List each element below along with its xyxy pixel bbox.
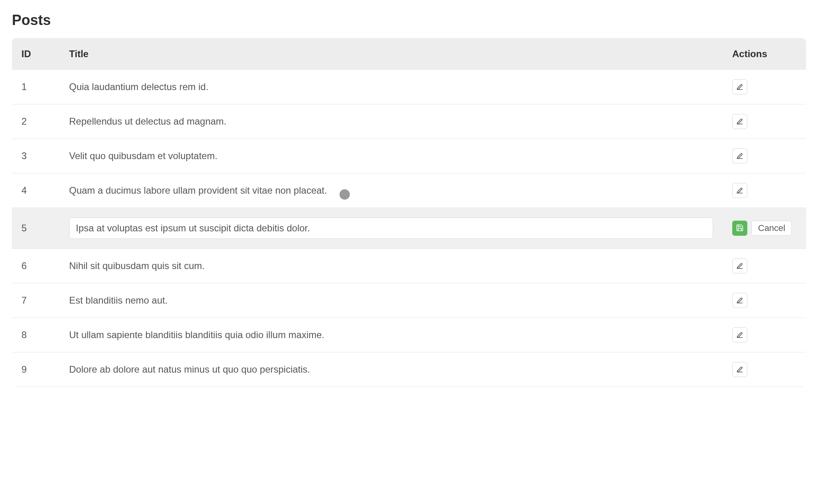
cell-id: 8 xyxy=(12,318,60,352)
cell-title xyxy=(60,208,723,249)
cell-id: 3 xyxy=(12,139,60,173)
title-edit-input[interactable] xyxy=(69,217,713,239)
action-group xyxy=(732,148,797,164)
edit-button[interactable] xyxy=(732,79,747,94)
cell-actions xyxy=(723,283,806,318)
action-group xyxy=(732,114,797,129)
edit-button[interactable] xyxy=(732,293,747,308)
column-header-actions: Actions xyxy=(723,38,806,70)
edit-icon xyxy=(736,186,744,195)
action-group xyxy=(732,327,797,342)
cell-title: Quam a ducimus labore ullam provident si… xyxy=(60,173,723,208)
cell-title: Ut ullam sapiente blanditiis blanditiis … xyxy=(60,318,723,352)
cell-actions xyxy=(723,104,806,139)
column-header-title: Title xyxy=(60,38,723,70)
cell-id: 7 xyxy=(12,283,60,318)
cell-title: Repellendus ut delectus ad magnam. xyxy=(60,104,723,139)
page-title: Posts xyxy=(12,12,806,29)
cell-title: Velit quo quibusdam et voluptatem. xyxy=(60,139,723,173)
edit-icon xyxy=(736,296,744,305)
cell-title: Quia laudantium delectus rem id. xyxy=(60,70,723,104)
save-icon xyxy=(736,224,744,233)
cell-actions xyxy=(723,249,806,283)
edit-icon xyxy=(736,83,744,92)
cell-actions xyxy=(723,318,806,352)
action-group xyxy=(732,183,797,198)
action-group xyxy=(732,293,797,308)
edit-button[interactable] xyxy=(732,183,747,198)
edit-button[interactable] xyxy=(732,362,747,377)
edit-button[interactable] xyxy=(732,327,747,342)
edit-icon xyxy=(736,152,744,161)
edit-button[interactable] xyxy=(732,148,747,164)
table-row: 7Est blanditiis nemo aut. xyxy=(12,283,806,318)
posts-table-wrap: ID Title Actions 1Quia laudantium delect… xyxy=(12,38,806,387)
cell-title: Dolore ab dolore aut natus minus ut quo … xyxy=(60,352,723,387)
table-row: 1Quia laudantium delectus rem id. xyxy=(12,70,806,104)
cell-actions xyxy=(723,139,806,173)
action-group xyxy=(732,362,797,377)
cell-id: 6 xyxy=(12,249,60,283)
table-row: 6Nihil sit quibusdam quis sit cum. xyxy=(12,249,806,283)
edit-icon xyxy=(736,365,744,374)
cell-actions: Cancel xyxy=(723,208,806,249)
edit-button[interactable] xyxy=(732,258,747,273)
cell-title: Est blanditiis nemo aut. xyxy=(60,283,723,318)
action-group xyxy=(732,79,797,94)
cell-title: Nihil sit quibusdam quis sit cum. xyxy=(60,249,723,283)
edit-icon xyxy=(736,331,744,340)
cell-id: 5 xyxy=(12,208,60,249)
table-row: 8Ut ullam sapiente blanditiis blanditiis… xyxy=(12,318,806,352)
table-row: 9Dolore ab dolore aut natus minus ut quo… xyxy=(12,352,806,387)
table-row: 5 Cancel xyxy=(12,208,806,249)
action-group: Cancel xyxy=(732,221,797,236)
cell-actions xyxy=(723,352,806,387)
cancel-button[interactable]: Cancel xyxy=(751,221,792,236)
table-row: 3Velit quo quibusdam et voluptatem. xyxy=(12,139,806,173)
save-button[interactable] xyxy=(732,221,747,236)
edit-icon xyxy=(736,117,744,126)
cell-id: 9 xyxy=(12,352,60,387)
posts-table: ID Title Actions 1Quia laudantium delect… xyxy=(12,38,806,387)
action-group xyxy=(732,258,797,273)
table-row: 2Repellendus ut delectus ad magnam. xyxy=(12,104,806,139)
cell-id: 4 xyxy=(12,173,60,208)
edit-icon xyxy=(736,262,744,271)
table-row: 4Quam a ducimus labore ullam provident s… xyxy=(12,173,806,208)
table-header-row: ID Title Actions xyxy=(12,38,806,70)
cell-id: 1 xyxy=(12,70,60,104)
cell-id: 2 xyxy=(12,104,60,139)
cell-actions xyxy=(723,173,806,208)
edit-button[interactable] xyxy=(732,114,747,129)
column-header-id: ID xyxy=(12,38,60,70)
cell-actions xyxy=(723,70,806,104)
